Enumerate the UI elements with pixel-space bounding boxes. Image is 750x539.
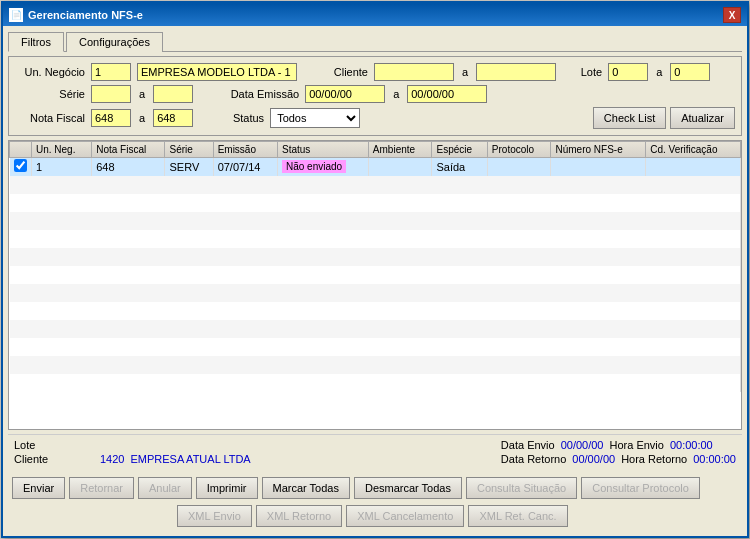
titlebar: 📄 Gerenciamento NFS-e X bbox=[3, 4, 747, 26]
col-serie: Série bbox=[165, 142, 213, 158]
footer-lote-row: Lote bbox=[14, 439, 251, 451]
row-checkbox-cell[interactable] bbox=[10, 158, 32, 176]
col-cd-verificacao: Cd. Verificação bbox=[646, 142, 741, 158]
serie-to-input[interactable] bbox=[153, 85, 193, 103]
data-table-container: Un. Neg. Nota Fiscal Série Emissão Statu… bbox=[8, 140, 742, 430]
row-emissao: 07/07/14 bbox=[213, 158, 277, 176]
row-checkbox[interactable] bbox=[14, 159, 27, 172]
button-row-2: XML Envio XML Retorno XML Cancelamento X… bbox=[8, 505, 742, 531]
cliente-from-input[interactable] bbox=[374, 63, 454, 81]
button-row-1: Enviar Retornar Anular Imprimir Marcar T… bbox=[8, 473, 742, 501]
atualizar-button[interactable]: Atualizar bbox=[670, 107, 735, 129]
xml-envio-button[interactable]: XML Envio bbox=[177, 505, 252, 527]
footer-data-retorno-label: Data Retorno bbox=[501, 453, 566, 465]
app-icon: 📄 bbox=[9, 8, 23, 22]
footer-hora-envio-label: Hora Envio bbox=[610, 439, 664, 451]
cliente-label: Cliente bbox=[323, 66, 368, 78]
lote-to-input[interactable] bbox=[670, 63, 710, 81]
status-select[interactable]: Todos Enviado Não enviado Cancelado bbox=[270, 108, 360, 128]
row-serie: SERV bbox=[165, 158, 213, 176]
row-un-neg: 1 bbox=[32, 158, 92, 176]
footer-data-envio-label: Data Envio bbox=[501, 439, 555, 451]
footer-hora-retorno-label: Hora Retorno bbox=[621, 453, 687, 465]
footer-data-retorno-value: 00/00/00 bbox=[572, 453, 615, 465]
col-protocolo: Protocolo bbox=[487, 142, 551, 158]
nota-fiscal-separator: a bbox=[139, 112, 145, 124]
footer-cliente-name: EMPRESA ATUAL LTDA bbox=[130, 453, 250, 465]
lote-separator: a bbox=[656, 66, 662, 78]
xml-ret-canc-button[interactable]: XML Ret. Canc. bbox=[468, 505, 567, 527]
table-row-empty bbox=[10, 338, 741, 356]
cliente-section: Cliente a bbox=[323, 63, 556, 81]
table-row-empty bbox=[10, 284, 741, 302]
col-emissao: Emissão bbox=[213, 142, 277, 158]
table-row-empty bbox=[10, 356, 741, 374]
un-negocio-input[interactable] bbox=[91, 63, 131, 81]
data-emissao-to-input[interactable] bbox=[407, 85, 487, 103]
footer-left: Lote Cliente 1420 EMPRESA ATUAL LTDA bbox=[14, 439, 251, 465]
marcar-todas-button[interactable]: Marcar Todas bbox=[262, 477, 350, 499]
tab-filtros[interactable]: Filtros bbox=[8, 32, 64, 52]
table-scroll-area[interactable]: Un. Neg. Nota Fiscal Série Emissão Statu… bbox=[9, 141, 741, 429]
data-emissao-from-input[interactable] bbox=[305, 85, 385, 103]
filter-row-2: Série a Data Emissão a bbox=[15, 85, 735, 103]
titlebar-left: 📄 Gerenciamento NFS-e bbox=[9, 8, 143, 22]
footer-data-envio-row: Data Envio 00/00/00 Hora Envio 00:00:00 bbox=[501, 439, 736, 451]
data-emissao-separator: a bbox=[393, 88, 399, 100]
footer-cliente-label: Cliente bbox=[14, 453, 94, 465]
enviar-button[interactable]: Enviar bbox=[12, 477, 65, 499]
col-checkbox bbox=[10, 142, 32, 158]
company-name-input[interactable] bbox=[137, 63, 297, 81]
window-title: Gerenciamento NFS-e bbox=[28, 9, 143, 21]
filter-row-1: Un. Negócio Cliente a Lote a bbox=[15, 63, 735, 81]
un-negocio-label: Un. Negócio bbox=[15, 66, 85, 78]
action-buttons: Check List Atualizar bbox=[593, 107, 735, 129]
table-row-empty bbox=[10, 374, 741, 392]
close-button[interactable]: X bbox=[723, 7, 741, 23]
consultar-protocolo-button[interactable]: Consultar Protocolo bbox=[581, 477, 700, 499]
table-row[interactable]: 1 648 SERV 07/07/14 Não enviado Saída bbox=[10, 158, 741, 176]
retornar-button[interactable]: Retornar bbox=[69, 477, 134, 499]
row-nota-fiscal: 648 bbox=[92, 158, 165, 176]
table-row-empty bbox=[10, 302, 741, 320]
data-emissao-section: Data Emissão a bbox=[219, 85, 487, 103]
nota-fiscal-label: Nota Fiscal bbox=[15, 112, 85, 124]
footer-data-retorno-row: Data Retorno 00/00/00 Hora Retorno 00:00… bbox=[501, 453, 736, 465]
desmarcar-todas-button[interactable]: Desmarcar Todas bbox=[354, 477, 462, 499]
data-emissao-label: Data Emissão bbox=[219, 88, 299, 100]
table-header-row: Un. Neg. Nota Fiscal Série Emissão Statu… bbox=[10, 142, 741, 158]
xml-cancelamento-button[interactable]: XML Cancelamento bbox=[346, 505, 464, 527]
nfse-table: Un. Neg. Nota Fiscal Série Emissão Statu… bbox=[9, 141, 741, 392]
content-area: Filtros Configurações Un. Negócio Client… bbox=[3, 26, 747, 536]
cliente-to-input[interactable] bbox=[476, 63, 556, 81]
nota-fiscal-from-input[interactable] bbox=[91, 109, 131, 127]
col-un-neg: Un. Neg. bbox=[32, 142, 92, 158]
table-body: 1 648 SERV 07/07/14 Não enviado Saída bbox=[10, 158, 741, 392]
lote-from-input[interactable] bbox=[608, 63, 648, 81]
row-numero-nfse bbox=[551, 158, 646, 176]
footer-info: Lote Cliente 1420 EMPRESA ATUAL LTDA Dat… bbox=[8, 434, 742, 469]
status-badge: Não enviado bbox=[282, 160, 346, 173]
row-protocolo bbox=[487, 158, 551, 176]
checklist-button[interactable]: Check List bbox=[593, 107, 666, 129]
footer-hora-envio-value: 00:00:00 bbox=[670, 439, 713, 451]
nota-fiscal-to-input[interactable] bbox=[153, 109, 193, 127]
serie-from-input[interactable] bbox=[91, 85, 131, 103]
footer-right: Data Envio 00/00/00 Hora Envio 00:00:00 … bbox=[501, 439, 736, 465]
row-status: Não enviado bbox=[277, 158, 368, 176]
tab-configuracoes[interactable]: Configurações bbox=[66, 32, 163, 52]
consulta-situacao-button[interactable]: Consulta Situação bbox=[466, 477, 577, 499]
row-ambiente bbox=[368, 158, 432, 176]
footer-cliente-id: 1420 bbox=[100, 453, 124, 465]
xml-retorno-button[interactable]: XML Retorno bbox=[256, 505, 342, 527]
col-status: Status bbox=[277, 142, 368, 158]
status-label: Status bbox=[219, 112, 264, 124]
row-cd-verificacao bbox=[646, 158, 741, 176]
status-section: Status Todos Enviado Não enviado Cancela… bbox=[219, 108, 360, 128]
footer-hora-retorno-value: 00:00:00 bbox=[693, 453, 736, 465]
imprimir-button[interactable]: Imprimir bbox=[196, 477, 258, 499]
filters-panel: Un. Negócio Cliente a Lote a S bbox=[8, 56, 742, 136]
col-ambiente: Ambiente bbox=[368, 142, 432, 158]
col-especie: Espécie bbox=[432, 142, 487, 158]
anular-button[interactable]: Anular bbox=[138, 477, 192, 499]
